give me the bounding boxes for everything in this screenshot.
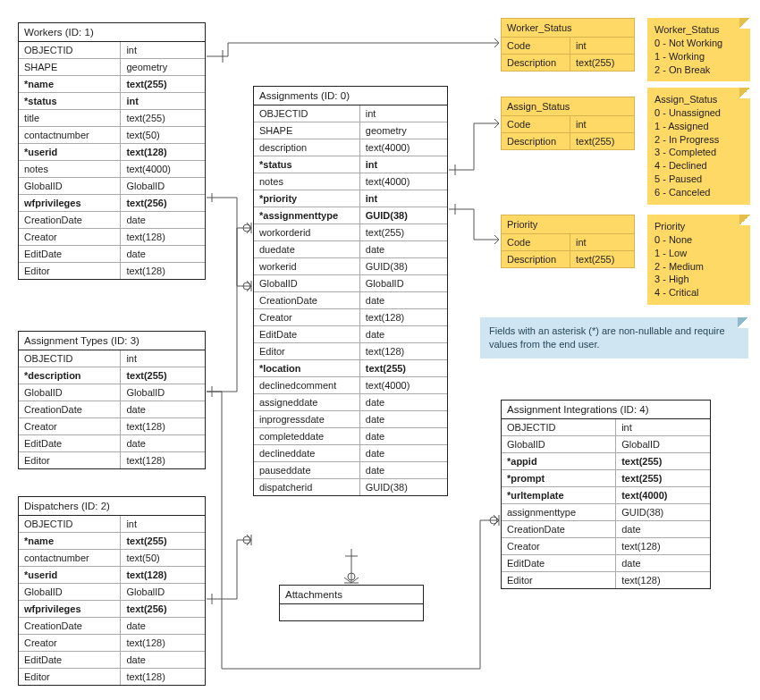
field-name: Editor (254, 343, 360, 359)
field-name: contactnumber (19, 550, 121, 566)
field-type: GUID(38) (360, 207, 447, 223)
field-name: notes (19, 161, 121, 177)
svg-point-3 (243, 536, 250, 544)
field-type: int (616, 419, 710, 435)
field-type: GUID(38) (360, 479, 447, 495)
field-type: text(50) (121, 127, 205, 143)
field-type: date (360, 445, 447, 461)
lookup-body: CodeintDescriptiontext(255) (502, 234, 634, 267)
field-type: date (616, 521, 710, 537)
table-row: declineddatedate (254, 444, 447, 461)
table-row: CreationDatedate (19, 211, 205, 228)
table-row: notestext(4000) (19, 160, 205, 177)
note-worker-status: Worker_Status 0 - Not Working 1 - Workin… (647, 18, 750, 81)
field-type: date (360, 411, 447, 427)
field-type: GlobalID (360, 275, 447, 291)
field-name: CreationDate (254, 292, 360, 308)
field-type: text(255) (616, 453, 710, 469)
table-row: *descriptiontext(255) (19, 367, 205, 384)
table-row: Codeint (502, 38, 634, 54)
table-row: EditDatedate (254, 325, 447, 342)
field-type: text(255) (616, 470, 710, 486)
field-type: text(4000) (616, 487, 710, 503)
field-name: wfprivileges (19, 195, 121, 211)
note-assign-status: Assign_Status 0 - Unassigned 1 - Assigne… (647, 88, 750, 205)
field-name: Editor (19, 669, 121, 685)
table-row: GlobalIDGlobalID (19, 177, 205, 194)
entity-dispatchers: Dispatchers (ID: 2) OBJECTIDint*nametext… (18, 496, 206, 686)
table-row: Descriptiontext(255) (502, 132, 634, 149)
field-name: Editor (502, 572, 616, 588)
field-name: workerid (254, 258, 360, 274)
table-row: GlobalIDGlobalID (254, 274, 447, 291)
svg-point-2 (490, 517, 497, 524)
field-name: Creator (254, 309, 360, 325)
field-name: *priority (254, 190, 360, 207)
field-name: *status (19, 93, 121, 109)
field-type: GUID(38) (360, 258, 447, 274)
field-type: date (360, 326, 447, 342)
table-row: *statusint (19, 92, 205, 109)
field-name: inprogressdate (254, 411, 360, 427)
field-name: description (254, 139, 360, 156)
table-row: Creatortext(128) (19, 634, 205, 651)
field-name: Creator (19, 229, 121, 245)
table-row: duedatedate (254, 240, 447, 257)
field-type: date (121, 435, 205, 451)
field-name: EditDate (19, 435, 121, 451)
table-row: CreationDatedate (19, 617, 205, 634)
info-note: Fields with an asterisk (*) are non-null… (480, 317, 748, 358)
table-row: assignmenttypeGUID(38) (502, 503, 710, 520)
table-row: *prompttext(255) (502, 469, 710, 486)
field-type: text(128) (121, 229, 205, 245)
table-row: Creatortext(128) (19, 228, 205, 245)
table-row: CreationDatedate (19, 401, 205, 417)
table-row: *useridtext(128) (19, 143, 205, 160)
field-type: date (360, 241, 447, 257)
field-type: text(4000) (360, 377, 447, 393)
table-row: *useridtext(128) (19, 566, 205, 583)
table-row: *nametext(255) (19, 75, 205, 92)
table-row: Editortext(128) (502, 571, 710, 588)
field-name: declinedcomment (254, 377, 360, 393)
field-type: text(128) (121, 144, 205, 160)
field-name: SHAPE (19, 59, 121, 75)
entity-body: OBJECTIDint*nametext(255)contactnumberte… (19, 516, 205, 685)
table-row: *appidtext(255) (502, 452, 710, 469)
field-type: text(255) (121, 367, 205, 384)
svg-point-1 (243, 224, 250, 232)
entity-title: Assignment Types (ID: 3) (19, 332, 205, 350)
table-row: EditDatedate (502, 554, 710, 571)
field-name: CreationDate (19, 618, 121, 634)
table-row: descriptiontext(4000) (254, 139, 447, 156)
lookup-priority: Priority CodeintDescriptiontext(255) (501, 215, 635, 268)
field-name: pauseddate (254, 462, 360, 478)
entity-assignment-types: Assignment Types (ID: 3) OBJECTIDint*des… (18, 331, 206, 469)
field-name: Description (502, 251, 570, 267)
field-type: text(128) (121, 418, 205, 434)
field-name: GlobalID (19, 584, 121, 600)
field-type: text(128) (360, 343, 447, 359)
field-type: text(128) (121, 567, 205, 583)
table-row: EditDatedate (19, 434, 205, 451)
table-row: EditDatedate (19, 245, 205, 262)
table-row: OBJECTIDint (19, 516, 205, 532)
table-row: GlobalIDGlobalID (502, 435, 710, 452)
field-name: CreationDate (19, 401, 121, 417)
field-type: text(128) (121, 263, 205, 279)
field-type: text(255) (570, 55, 634, 71)
entity-title: Assignment Integrations (ID: 4) (502, 401, 710, 419)
field-name: *appid (502, 453, 616, 469)
field-name: workorderid (254, 224, 360, 240)
field-type: date (360, 292, 447, 308)
table-row: Codeint (502, 116, 634, 132)
field-name: EditDate (19, 652, 121, 668)
field-type: int (360, 156, 447, 173)
entity-body: OBJECTIDintGlobalIDGlobalID*appidtext(25… (502, 419, 710, 588)
entity-attachments: Attachments (279, 585, 424, 621)
field-type: text(4000) (360, 139, 447, 156)
field-type: text(128) (121, 452, 205, 468)
field-name: OBJECTID (19, 42, 121, 58)
table-row: dispatcheridGUID(38) (254, 478, 447, 495)
field-type: GUID(38) (616, 504, 710, 520)
